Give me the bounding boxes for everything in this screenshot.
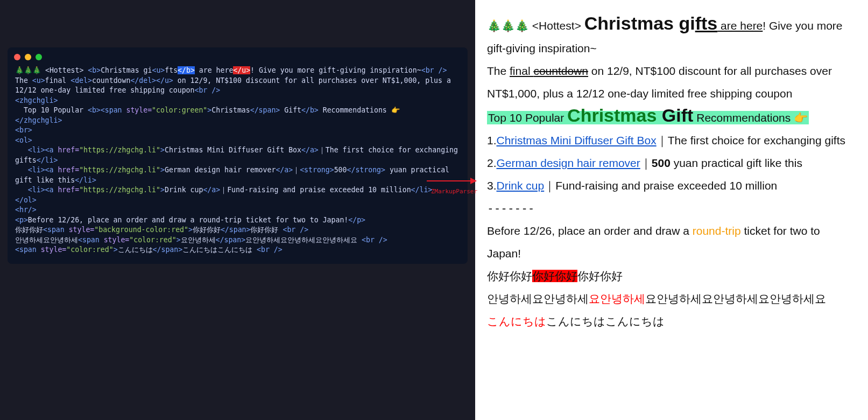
window-traffic-lights [8,53,468,66]
link-diffuser[interactable]: Christmas Mini Diffuser Gift Box [497,134,657,146]
list-item-1: 1.Christmas Mini Diffuser Gift Box｜The f… [487,129,855,152]
list-item-3: 3.Drink cup｜Fund-raising and praise exce… [487,174,855,197]
arrow-icon [427,180,476,181]
list-item-2: 2.German design hair remover｜500 yuan pr… [487,152,855,174]
source-pane: 🎄🎄🎄 <Hottest> <b>Christmas gi<u>fts</b> … [0,0,475,420]
html-source: 🎄🎄🎄 <Hottest> <b>Christmas gi<u>fts</b> … [8,66,468,255]
parser-label: ZMarkupParser [431,188,477,195]
headline: 🎄🎄🎄 <Hottest> Christmas gifts are here! … [487,12,855,60]
subhead: The final countdown on 12/9, NT$100 disc… [487,60,855,105]
link-drink-cup[interactable]: Drink cup [497,179,545,192]
japanese-line: こんにちはこんにちはこんにちは [487,310,855,333]
divider: ------- [487,197,855,220]
code-editor: 🎄🎄🎄 <Hottest> <b>Christmas gi<u>fts</b> … [8,47,468,264]
highlighted-title: Top 10 Popular Christmas Gift Recommenda… [487,105,855,129]
chinese-line: 你好你好你好你好你好你好 [487,265,855,288]
minimize-icon[interactable] [25,54,31,60]
tree-emoji: 🎄🎄🎄 [487,19,529,32]
close-icon[interactable] [14,54,20,60]
promo-paragraph: Before 12/26, place an order and draw a … [487,220,855,265]
maximize-icon[interactable] [36,54,42,60]
rendered-pane: 🎄🎄🎄 <Hottest> Christmas gifts are here! … [475,0,868,420]
korean-line: 안녕하세요안녕하세요안녕하세요안녕하세요안녕하세요안녕하세요 [487,288,855,310]
link-hair-remover[interactable]: German design hair remover [497,157,640,169]
parser-arrow: ZMarkupParser [427,180,476,195]
